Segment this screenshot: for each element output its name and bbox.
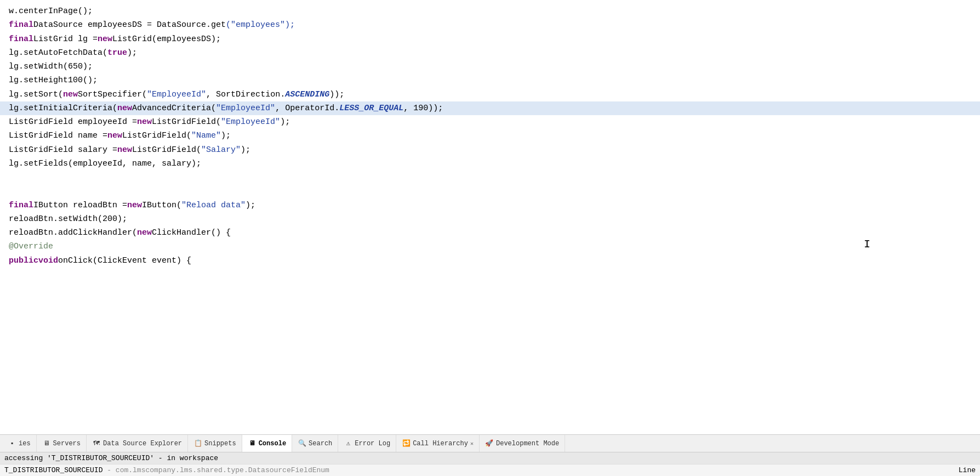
code-line-line4: lg.setAutoFetchData(true); bbox=[0, 46, 980, 60]
servers-icon: 🖥 bbox=[42, 439, 51, 448]
code-line-line15: final IButton reloadBtn = new IButton("R… bbox=[0, 199, 980, 212]
code-line-line11: ListGridField salary = new ListGridField… bbox=[0, 143, 980, 157]
code-line-line2: final DataSource employeesDS = DataSourc… bbox=[0, 18, 980, 32]
errorlog-icon: ⚠ bbox=[344, 439, 352, 448]
code-line-line1: w.centerInPage(); bbox=[0, 4, 980, 18]
ies-icon: ▪ bbox=[8, 439, 16, 448]
devmode-icon: 🚀 bbox=[485, 439, 494, 448]
tab-datasource[interactable]: 🗺Data Source Explorer bbox=[87, 435, 188, 452]
tab-callhierarchy-label: Call Hierarchy bbox=[413, 440, 468, 447]
code-line-line16: reloadBtn.setWidth(200); bbox=[0, 212, 980, 226]
status-line-indicator: Line bbox=[959, 466, 976, 474]
tab-console-label: Console bbox=[259, 440, 286, 447]
tab-ies[interactable]: ▪ies bbox=[2, 435, 37, 452]
code-line-line5: lg.setWidth(650); bbox=[0, 60, 980, 73]
tab-console[interactable]: 🖥Console bbox=[242, 435, 292, 452]
tab-search[interactable]: 🔍Search bbox=[292, 435, 338, 452]
tab-callhierarchy[interactable]: 🔁Call Hierarchy✕ bbox=[396, 435, 480, 452]
tab-search-label: Search bbox=[309, 440, 332, 447]
code-line-line18: @Override bbox=[0, 240, 980, 253]
datasource-icon: 🗺 bbox=[92, 439, 101, 448]
tab-servers-label: Servers bbox=[53, 440, 81, 447]
tab-datasource-label: Data Source Explorer bbox=[103, 440, 182, 447]
tab-devmode-label: Development Mode bbox=[496, 440, 559, 447]
bottom-tab-bar: ▪ies🖥Servers🗺Data Source Explorer📋Snippe… bbox=[0, 434, 980, 452]
tab-errorlog-label: Error Log bbox=[355, 440, 390, 447]
tab-servers[interactable]: 🖥Servers bbox=[37, 435, 87, 452]
code-line-line7: lg.setSort(new SortSpecifier("EmployeeId… bbox=[0, 88, 980, 101]
console-icon: 🖥 bbox=[248, 439, 257, 448]
code-line-line12: lg.setFields(employeeId, name, salary); bbox=[0, 157, 980, 171]
tab-snippets-label: Snippets bbox=[204, 440, 236, 447]
code-editor[interactable]: w.centerInPage();final DataSource employ… bbox=[0, 0, 980, 434]
code-line-line3: final ListGrid lg = new ListGrid(employe… bbox=[0, 32, 980, 46]
callhierarchy-icon: 🔁 bbox=[402, 439, 411, 448]
code-line-line8: lg.setInitialCriteria(new AdvancedCriter… bbox=[0, 101, 980, 115]
code-line-line9: ListGridField employeeId = new ListGridF… bbox=[0, 115, 980, 129]
status-bar-line2: T_DISTRIBUTOR_SOURCEUID - com.lmscompany… bbox=[0, 464, 980, 476]
tab-callhierarchy-close[interactable]: ✕ bbox=[470, 440, 474, 447]
tab-devmode[interactable]: 🚀Development Mode bbox=[480, 435, 565, 452]
tab-ies-label: ies bbox=[19, 440, 31, 447]
code-line-line10: ListGridField name = new ListGridField("… bbox=[0, 129, 980, 143]
status-path-info: T_DISTRIBUTOR_SOURCEUID - com.lmscompany… bbox=[4, 466, 329, 474]
tab-errorlog[interactable]: ⚠Error Log bbox=[338, 435, 396, 452]
status-separator: - bbox=[107, 466, 116, 474]
status-class-path: com.lmscompany.lms.shared.type.Datasourc… bbox=[116, 466, 329, 474]
code-line-line13 bbox=[0, 171, 980, 184]
code-line-line19: public void onClick(ClickEvent event) { bbox=[0, 254, 980, 268]
snippets-icon: 📋 bbox=[193, 439, 202, 448]
code-line-line6: lg.setHeight100(); bbox=[0, 73, 980, 87]
tab-snippets[interactable]: 📋Snippets bbox=[188, 435, 242, 452]
status-bar-line1: accessing 'T_DISTRIBUTOR_SOURCEUID' - in… bbox=[0, 452, 980, 464]
code-line-line17: reloadBtn.addClickHandler(new ClickHandl… bbox=[0, 226, 980, 240]
code-line-line14 bbox=[0, 184, 980, 198]
status-field-name: T_DISTRIBUTOR_SOURCEUID bbox=[4, 466, 102, 474]
status-accessing-text: accessing 'T_DISTRIBUTOR_SOURCEUID' - in… bbox=[4, 454, 218, 462]
search-icon: 🔍 bbox=[298, 439, 306, 448]
